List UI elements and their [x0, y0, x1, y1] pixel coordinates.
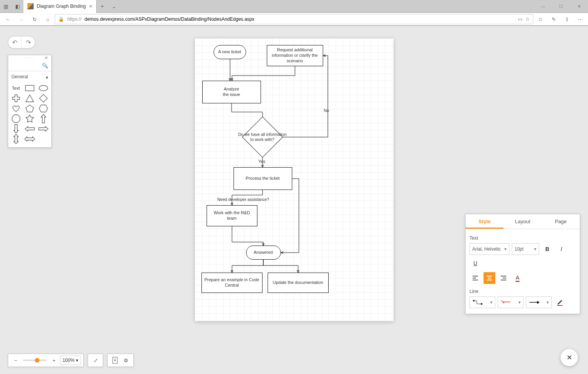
settings-button[interactable]: ⚙: [121, 354, 131, 366]
svg-rect-5: [481, 303, 482, 305]
url-protocol: https://: [67, 16, 81, 22]
tab-layout[interactable]: Layout: [503, 214, 541, 229]
toolbox-search-input[interactable]: [11, 63, 42, 69]
favorite-icon[interactable]: ☆: [525, 16, 530, 22]
line-end-select[interactable]: ▾: [526, 296, 552, 308]
diagram-workspace: A new ticket Request additional informat…: [0, 26, 588, 374]
shape-cross[interactable]: [11, 94, 22, 103]
italic-button[interactable]: I: [556, 243, 567, 255]
shapes-toolbox: ∙∙∙∙∙ ✕ 🔍 General ▴ Text: [8, 55, 52, 148]
window-close-button[interactable]: ✕: [570, 0, 588, 13]
close-fab[interactable]: ✕: [561, 349, 578, 366]
export-group: ⚙: [107, 354, 134, 367]
chevron-down-icon: ▾: [76, 358, 78, 363]
tab-menu-button[interactable]: ⌄: [108, 4, 120, 9]
align-right-button[interactable]: [498, 272, 509, 284]
line-begin-select[interactable]: ▾: [498, 296, 523, 308]
export-button[interactable]: [110, 354, 120, 366]
undo-button[interactable]: ↶: [8, 36, 22, 48]
window-maximize-button[interactable]: ☐: [552, 0, 570, 13]
align-center-button[interactable]: [484, 272, 495, 284]
section-line-label: Line: [469, 289, 576, 294]
line-end-icon: [529, 300, 540, 305]
shape-heart[interactable]: [11, 104, 22, 113]
font-size-select[interactable]: 10pt ▾: [512, 243, 539, 255]
window-minimize-button[interactable]: —: [534, 0, 552, 13]
diagram-page[interactable]: A new ticket Request additional informat…: [195, 38, 394, 321]
shape-rectangle[interactable]: [24, 84, 35, 92]
node-decision[interactable]: Do we have all information to work with?: [248, 123, 277, 152]
zoom-in-button[interactable]: +: [49, 354, 59, 366]
url-text: demos.devexpress.com/ASPxDiagramDemos/Da…: [85, 16, 254, 22]
reading-view-icon[interactable]: ▭: [518, 16, 522, 22]
node-new-ticket[interactable]: A new ticket: [214, 45, 246, 59]
shape-triangle[interactable]: [24, 94, 35, 103]
notes-icon[interactable]: ✎: [547, 14, 560, 25]
node-work-rd[interactable]: Work with the R&D team: [207, 205, 257, 226]
shape-ellipse[interactable]: [38, 84, 49, 92]
properties-panel: Style Layout Page Text Arial, Helvetic ▾…: [465, 214, 580, 314]
svg-rect-2: [25, 85, 34, 91]
home-button[interactable]: ⌂: [41, 14, 54, 25]
zoom-out-button[interactable]: −: [11, 354, 21, 366]
align-left-button[interactable]: [469, 272, 481, 284]
underline-button[interactable]: U: [469, 257, 481, 269]
shape-hexagon[interactable]: [38, 104, 49, 113]
shape-text[interactable]: Text: [11, 84, 22, 92]
toolbox-section-label: General: [11, 74, 28, 79]
shape-arrow-leftright[interactable]: [24, 135, 35, 143]
line-begin-icon: [500, 300, 511, 305]
edge-label-need-dev: Need developer assistance?: [218, 197, 270, 202]
new-tab-button[interactable]: ＋: [97, 3, 108, 10]
font-family-value: Arial, Helvetic: [472, 246, 501, 252]
toolbox-close-icon[interactable]: ✕: [43, 55, 50, 61]
shape-arrow-updown[interactable]: [11, 135, 22, 143]
font-color-button[interactable]: A: [512, 272, 523, 284]
toolbox-section-header[interactable]: General ▴: [8, 71, 51, 82]
url-field[interactable]: 🔒 https:// demos.devexpress.com/ASPxDiag…: [55, 14, 533, 24]
forward-button[interactable]: →: [15, 14, 27, 25]
tab-preview-icon[interactable]: ◧: [12, 0, 23, 13]
connector-icon: [472, 299, 483, 305]
shape-arrow-down[interactable]: [11, 125, 22, 133]
node-request-info[interactable]: Request additional information or clarif…: [267, 45, 323, 66]
bold-button[interactable]: B: [541, 243, 553, 255]
section-text-label: Text: [469, 235, 576, 241]
tab-page[interactable]: Page: [542, 214, 580, 229]
line-color-button[interactable]: [554, 296, 566, 308]
zoom-slider[interactable]: [23, 360, 47, 361]
node-update-docs[interactable]: Update the documentation: [268, 273, 329, 293]
fullscreen-button[interactable]: ⤢: [90, 354, 101, 366]
tabs-aside-icon[interactable]: ▥: [0, 0, 12, 13]
toolbox-search[interactable]: 🔍: [8, 60, 51, 71]
font-family-select[interactable]: Arial, Helvetic ▾: [469, 243, 509, 255]
toolbox-grip[interactable]: ∙∙∙∙∙ ✕: [8, 55, 51, 60]
close-tab-icon[interactable]: ×: [89, 3, 92, 9]
browser-tab[interactable]: Diagram Graph Binding ×: [23, 0, 97, 13]
shape-pentagon[interactable]: [24, 104, 35, 113]
view-group: ⤢: [88, 354, 103, 367]
shape-arrow-right[interactable]: [38, 125, 49, 133]
node-process-ticket[interactable]: Process the ticket: [234, 167, 292, 190]
back-button[interactable]: ←: [2, 14, 14, 25]
shape-star[interactable]: [24, 114, 35, 123]
collapse-icon: ▴: [46, 74, 48, 79]
edge-label-yes: Yes: [259, 159, 265, 164]
share-icon[interactable]: ⇪: [561, 14, 573, 25]
shape-diamond[interactable]: [38, 94, 49, 103]
tab-style[interactable]: Style: [466, 214, 503, 229]
chevron-down-icon: ▾: [490, 300, 493, 305]
redo-button[interactable]: ↷: [22, 36, 35, 48]
node-answered[interactable]: Answered: [246, 246, 281, 260]
site-favicon: [27, 3, 34, 9]
refresh-button[interactable]: ↻: [28, 14, 41, 25]
node-prepare-example[interactable]: Prepare an example in Code Central: [201, 273, 263, 293]
node-analyze[interactable]: Analyze the issue: [202, 81, 261, 103]
more-icon[interactable]: ⋯: [574, 14, 586, 25]
shape-arrow-left[interactable]: [24, 125, 35, 133]
zoom-select[interactable]: 100%▾: [60, 356, 81, 365]
shape-octagon[interactable]: [11, 114, 22, 123]
shape-arrow-up[interactable]: [38, 114, 49, 123]
favorites-bar-icon[interactable]: ✩: [534, 14, 547, 25]
line-style-select[interactable]: ▾: [469, 296, 495, 308]
